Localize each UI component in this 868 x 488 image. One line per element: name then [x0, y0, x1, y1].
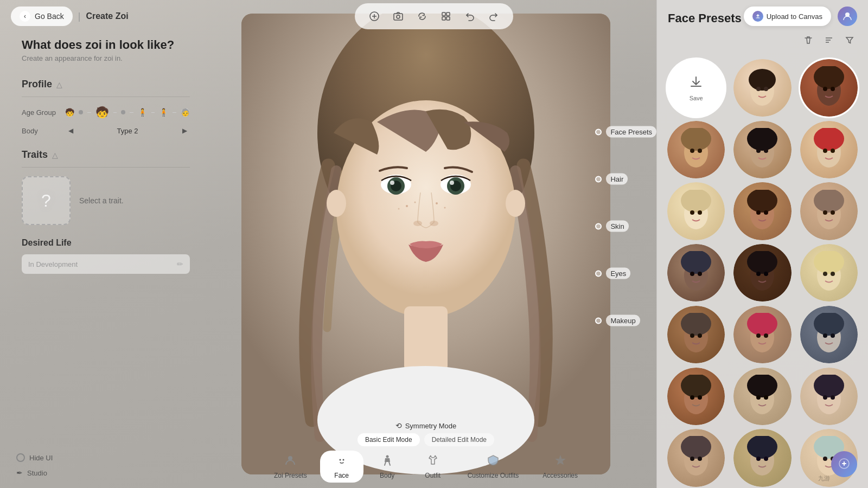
- preset-item-19[interactable]: [732, 427, 793, 488]
- hide-ui-radio[interactable]: [16, 453, 25, 462]
- rotate-tool-button[interactable]: [413, 8, 431, 25]
- eyes-label[interactable]: Eyes: [595, 268, 656, 279]
- tab-customize-outfits[interactable]: Customize Outfits: [457, 451, 530, 483]
- right-panel-face-presets: Face Presets △ ✕ Save: [656, 0, 868, 488]
- preset-item-18[interactable]: [666, 427, 726, 488]
- grid-tool-button[interactable]: [437, 8, 455, 25]
- age-child-icon: 🧒: [95, 106, 109, 119]
- hair-label[interactable]: Hair: [595, 174, 656, 185]
- separator: |: [78, 11, 81, 22]
- desired-life-badge[interactable]: In Development ✏: [22, 254, 190, 274]
- svg-rect-25: [394, 14, 403, 20]
- sort-preset-button[interactable]: [821, 33, 837, 48]
- edit-icon[interactable]: ✏: [177, 260, 183, 268]
- preset-item-13[interactable]: [732, 304, 793, 365]
- tab-accessories[interactable]: Accessories: [532, 451, 589, 483]
- zoi-presets-icon: [284, 454, 297, 470]
- preset-item-7[interactable]: [732, 181, 793, 241]
- svg-point-57: [814, 128, 844, 151]
- symmetry-row[interactable]: ⟲ Symmetry Mode: [395, 421, 457, 430]
- studio-row[interactable]: ✒ Studio: [16, 468, 53, 477]
- svg-point-82: [823, 272, 827, 276]
- preset-item-3[interactable]: [666, 119, 726, 180]
- age-adult-icon: 🧍: [159, 108, 168, 117]
- preset-item-16[interactable]: [732, 366, 793, 427]
- svg-point-43: [764, 87, 768, 91]
- makeup-text: Makeup: [606, 315, 640, 326]
- svg-point-19: [506, 190, 525, 217]
- detailed-edit-mode-button[interactable]: Detailed Edit Mode: [424, 433, 494, 446]
- camera-tool-button[interactable]: [390, 8, 407, 25]
- svg-point-86: [690, 333, 694, 338]
- preset-item-11[interactable]: [799, 242, 859, 303]
- bottom-right-action-button[interactable]: [831, 451, 857, 477]
- delete-preset-button[interactable]: [801, 33, 816, 48]
- save-label: Save: [690, 95, 703, 101]
- filter-preset-button[interactable]: [842, 33, 857, 48]
- svg-point-113: [747, 436, 777, 459]
- profile-warning-icon: △: [56, 80, 62, 89]
- studio-icon: ✒: [16, 468, 23, 477]
- age-line-5: [173, 112, 176, 113]
- body-next-arrow[interactable]: ▶: [179, 125, 190, 136]
- makeup-label[interactable]: Makeup: [595, 315, 656, 326]
- undo-button[interactable]: [461, 8, 478, 25]
- tab-zoi-presets[interactable]: Zoi Presets: [263, 451, 318, 483]
- svg-point-63: [698, 210, 702, 215]
- preset-item-12[interactable]: [666, 304, 726, 365]
- body-prev-arrow[interactable]: ◀: [65, 125, 76, 136]
- age-group-slider[interactable]: 🧒 🧒 🧍 🧍 🧓: [65, 106, 190, 119]
- tab-face[interactable]: Face: [320, 451, 363, 483]
- svg-point-55: [764, 149, 768, 153]
- preset-item-4[interactable]: [732, 119, 793, 180]
- save-preset-button[interactable]: Save: [666, 57, 726, 118]
- preset-item-15[interactable]: [666, 366, 726, 427]
- svg-point-97: [681, 375, 711, 397]
- preset-item-17[interactable]: [799, 366, 859, 427]
- age-dot-2: [121, 110, 125, 114]
- svg-point-65: [747, 190, 777, 213]
- svg-point-94: [823, 333, 827, 338]
- preset-item-8[interactable]: [799, 181, 859, 241]
- svg-point-11: [413, 221, 422, 226]
- svg-point-67: [764, 210, 768, 215]
- tab-outfit[interactable]: Outfit: [411, 451, 455, 483]
- preset-item-6[interactable]: [666, 181, 726, 241]
- trait-row: ? Select a trait.: [22, 176, 190, 225]
- age-line-4: [151, 112, 155, 113]
- svg-point-49: [681, 128, 711, 151]
- age-line-2: [113, 112, 117, 113]
- svg-point-79: [764, 272, 768, 276]
- save-icon: [688, 74, 704, 93]
- hide-ui-row[interactable]: Hide UI: [16, 453, 53, 462]
- tab-body[interactable]: Body: [366, 451, 409, 483]
- desired-life-label: Desired Life: [22, 238, 190, 248]
- svg-point-10: [450, 181, 454, 185]
- svg-point-81: [814, 251, 844, 274]
- character-area: [190, 0, 662, 488]
- add-tool-button[interactable]: [366, 8, 383, 25]
- redo-button[interactable]: [485, 8, 502, 25]
- preset-item-5[interactable]: [799, 119, 859, 180]
- skin-dot: [595, 223, 602, 229]
- face-preset-label[interactable]: Face Presets: [595, 126, 656, 138]
- trait-card[interactable]: ?: [22, 176, 71, 225]
- svg-point-111: [698, 457, 702, 461]
- preset-item-10[interactable]: [732, 242, 793, 303]
- svg-point-33: [337, 455, 347, 465]
- eyes-dot: [595, 270, 602, 277]
- preset-item-9[interactable]: [666, 242, 726, 303]
- sidebar-subtitle: Create an appearance for zoi in.: [22, 54, 190, 62]
- back-button[interactable]: ‹ Go Back: [11, 7, 73, 26]
- skin-label[interactable]: Skin: [595, 221, 656, 232]
- preset-item-14[interactable]: [799, 304, 859, 365]
- svg-point-109: [681, 436, 711, 459]
- svg-point-102: [756, 395, 761, 400]
- upload-to-canvas-button[interactable]: Upload to Canvas: [744, 7, 831, 26]
- user-avatar[interactable]: [838, 7, 857, 26]
- body-type-control[interactable]: ◀ Type 2 ▶: [65, 125, 190, 136]
- preset-item-2[interactable]: [799, 57, 859, 118]
- preset-item-1[interactable]: [732, 57, 793, 118]
- basic-edit-mode-button[interactable]: Basic Edit Mode: [358, 433, 420, 446]
- svg-rect-20: [404, 306, 448, 371]
